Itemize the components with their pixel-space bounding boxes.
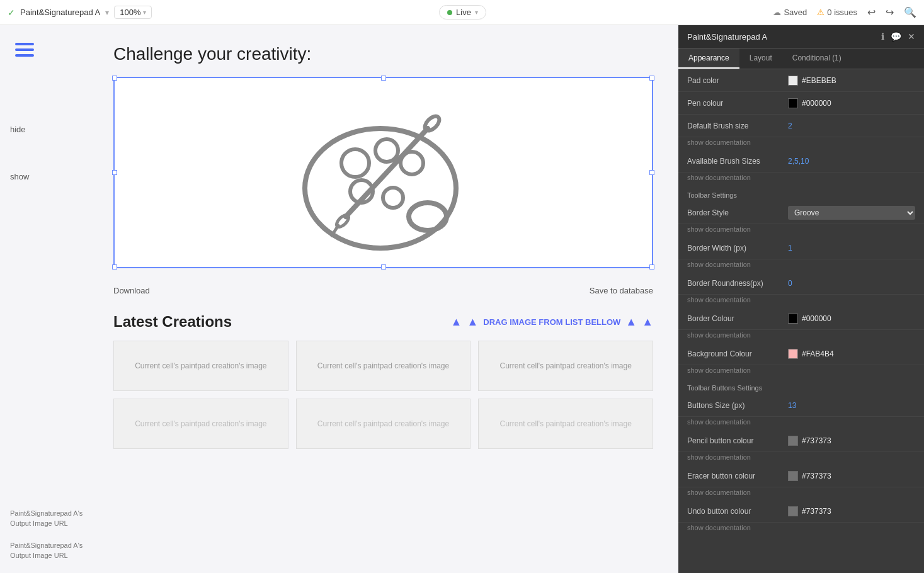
hamburger-line-2 [15,48,34,51]
buttons-size-label: Buttons Size (px) [687,401,788,410]
pencil-btn-swatch[interactable] [788,436,798,446]
image-cell-3: Current cell's paintpad creation's image [478,341,653,391]
buttons-size-show-doc[interactable]: show documentation [678,417,924,429]
undo-btn-swatch[interactable] [788,506,798,516]
border-width-show-doc[interactable]: show documentation [678,259,924,272]
tab-layout[interactable]: Layout [739,48,782,69]
image-cell-4: Current cell's paintpad creation's image [113,399,288,449]
canvas-inner: hide show Paint&Signaturepad A's Output … [0,25,678,573]
toolbar-settings-title: Toolbar Settings [678,185,924,201]
prop-pen-colour: Pen colour #000000 [678,92,924,115]
canvas-area: hide show Paint&Signaturepad A's Output … [0,25,678,573]
hide-link[interactable]: hide [10,125,103,134]
resize-handle-tr[interactable] [649,76,654,81]
available-brush-value[interactable]: 2,5,10 [788,157,915,166]
resize-handle-bm[interactable] [381,264,386,269]
output-label-1: Paint&Signaturepad A's Output Image URL [10,509,103,528]
available-brush-show-doc[interactable]: show documentation [678,173,924,185]
image-cell-5: Current cell's paintpad creation's image [296,399,471,449]
border-roundness-show-doc[interactable]: show documentation [678,295,924,307]
pad-color-label: Pad color [687,76,788,85]
hamburger-menu[interactable] [10,38,103,62]
save-database-btn[interactable]: Save to database [590,286,653,295]
panel-actions: ℹ 💬 ✕ [881,31,915,42]
undo-btn-value[interactable]: #737373 [802,507,831,516]
prop-eraser-btn: Eracer button colour #737373 [678,465,924,487]
arrow-up-1-icon[interactable]: ▲ [451,315,462,329]
pen-colour-swatch[interactable] [788,98,798,108]
zoom-chevron-icon: ▾ [143,9,146,16]
bg-colour-value-row: #FAB4B4 [788,349,834,359]
resize-handle-tl[interactable] [112,76,117,81]
pencil-btn-show-doc[interactable]: show documentation [678,452,924,465]
tab-appearance[interactable]: Appearance [678,48,739,69]
toolbar-buttons-title: Toolbar Buttons Settings [678,378,924,394]
resize-handle-tm[interactable] [381,76,386,81]
arrow-down-1-icon[interactable]: ▲ [625,315,637,329]
undo-icon[interactable]: ↩ [867,6,876,18]
border-colour-show-doc[interactable]: show documentation [678,330,924,343]
border-style-select[interactable]: Groove Solid Dashed Dotted Ridge Inset O… [788,206,915,220]
prop-border-roundness: Border Roundness(px) 0 [678,272,924,295]
eraser-btn-show-doc[interactable]: show documentation [678,487,924,500]
resize-handle-ml[interactable] [112,170,117,175]
info-icon[interactable]: ℹ [881,31,884,42]
pad-color-swatch[interactable] [788,76,798,86]
pen-colour-value[interactable]: #000000 [802,99,831,108]
arrow-down-2-icon[interactable]: ▲ [642,315,653,329]
prop-pencil-btn: Pencil button colour #737373 [678,429,924,452]
warning-icon: ⚠ [817,8,824,17]
border-width-value[interactable]: 1 [788,244,915,252]
bg-colour-swatch[interactable] [788,349,798,359]
border-colour-swatch[interactable] [788,314,798,324]
main-content: Challenge your creativity: [113,25,678,573]
buttons-size-value[interactable]: 13 [788,401,915,410]
live-badge[interactable]: Live ▾ [439,5,486,20]
border-colour-value[interactable]: #000000 [802,314,831,323]
undo-btn-show-doc[interactable]: show documentation [678,523,924,535]
main-layout: hide show Paint&Signaturepad A's Output … [0,25,924,573]
image-cell-1: Current cell's paintpad creation's image [113,341,288,391]
prop-undo-btn: Undo button colour #737373 [678,500,924,523]
svg-point-1 [409,203,447,230]
issues-status: ⚠ 0 issues [817,8,857,17]
prop-bg-colour: Background Colour #FAB4B4 [678,343,924,365]
border-style-show-doc[interactable]: show documentation [678,224,924,237]
download-btn[interactable]: Download [113,286,150,295]
live-chevron-icon: ▾ [475,9,478,16]
image-grid-bottom: Current cell's paintpad creation's image… [113,399,653,449]
eraser-btn-swatch[interactable] [788,471,798,481]
border-colour-label: Border Colour [687,314,788,323]
svg-point-2 [341,149,369,177]
show-link[interactable]: show [10,172,103,181]
comment-icon[interactable]: 💬 [891,31,901,42]
chevron-down-icon[interactable]: ▾ [105,8,109,17]
zoom-control[interactable]: 100% ▾ [114,6,152,19]
pencil-btn-value[interactable]: #737373 [802,436,831,445]
default-brush-show-doc[interactable]: show documentation [678,137,924,150]
redo-icon[interactable]: ↪ [886,6,894,18]
arrow-up-2-icon[interactable]: ▲ [467,315,478,329]
pad-color-value[interactable]: #EBEBEB [802,76,836,85]
prop-border-width: Border Width (px) 1 [678,237,924,259]
image-cell-2: Current cell's paintpad creation's image [296,341,471,391]
resize-handle-mr[interactable] [649,170,654,175]
right-panel: Paint&Signaturepad A ℹ 💬 ✕ Appearance La… [678,25,924,573]
output-label-2: Paint&Signaturepad A's Output Image URL [10,541,103,560]
left-sidebar: hide show Paint&Signaturepad A's Output … [0,25,113,573]
default-brush-value[interactable]: 2 [788,122,915,130]
pen-colour-value-row: #000000 [788,98,831,108]
app-title[interactable]: Paint&Signaturepad A [20,8,100,17]
resize-handle-bl[interactable] [112,264,117,269]
bg-colour-show-doc[interactable]: show documentation [678,365,924,378]
bg-colour-value[interactable]: #FAB4B4 [802,349,834,358]
close-icon[interactable]: ✕ [908,31,915,42]
border-roundness-value[interactable]: 0 [788,279,915,288]
pen-colour-label: Pen colour [687,99,788,108]
cloud-icon: ☁ [773,8,781,17]
resize-handle-br[interactable] [649,264,654,269]
eraser-btn-value[interactable]: #737373 [802,472,831,480]
search-icon[interactable]: 🔍 [904,6,916,18]
live-indicator [447,10,452,15]
tab-conditional[interactable]: Conditional (1) [782,48,852,69]
